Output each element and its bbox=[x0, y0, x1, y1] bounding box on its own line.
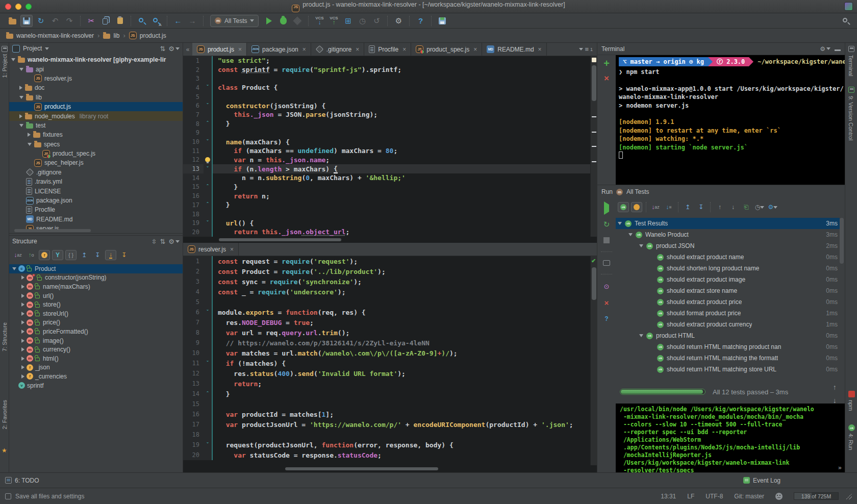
rollback-icon[interactable]: ↺ bbox=[370, 15, 383, 27]
tree-row[interactable]: lib bbox=[9, 93, 183, 102]
toolwindow-tab-favorites[interactable]: 2: Favorites bbox=[2, 400, 8, 429]
code-line[interactable]: 20 return this._json.object_url; bbox=[183, 228, 597, 237]
vcs-compare-icon[interactable]: ⊞ bbox=[342, 15, 354, 27]
code-line[interactable]: 3 bbox=[183, 74, 597, 83]
code-line[interactable]: 16 var productId = matches[1]; bbox=[183, 409, 597, 419]
chevron-expanded-icon[interactable] bbox=[12, 267, 16, 270]
run-config-name[interactable]: All Tests bbox=[626, 188, 649, 195]
test-row[interactable]: okproduct JSON2ms bbox=[616, 240, 840, 251]
structure-row[interactable]: mcurrency() bbox=[9, 345, 183, 354]
tab-scroll-left-icon[interactable]: « bbox=[183, 43, 192, 56]
synchronize-icon[interactable]: ↻ bbox=[35, 15, 47, 27]
breadcrumb-item[interactable]: wanelo-mixmax-link-resolver bbox=[6, 32, 94, 39]
code-line[interactable]: 12 var n = this._json.name; bbox=[183, 156, 597, 165]
run-console[interactable]: /usr/local/bin/node /Users/kig/workspace… bbox=[616, 404, 845, 472]
toolwindow-tab-project[interactable]: 1: Project bbox=[2, 54, 8, 78]
test-row[interactable]: okshould shorten long product name0ms bbox=[616, 263, 840, 274]
show-fields-icon[interactable]: f bbox=[39, 250, 50, 260]
rerun-failed-icon[interactable]: ↻ bbox=[603, 220, 610, 229]
code-line[interactable]: 4const _ = require('underscore'); bbox=[183, 287, 597, 297]
toolwindow-tab-structure[interactable]: 7: Structure bbox=[2, 322, 8, 351]
test-row[interactable]: okshould extract product image0ms bbox=[616, 274, 840, 285]
chevron-collapsed-icon[interactable] bbox=[21, 303, 24, 307]
code-line[interactable]: 17ˆ } bbox=[183, 200, 597, 210]
breadcrumb-item[interactable]: lib bbox=[103, 32, 119, 39]
editor-error-stripe[interactable] bbox=[590, 56, 597, 237]
test-row[interactable]: okTest Results3ms bbox=[616, 218, 840, 229]
show-anonymous-icon[interactable]: { } bbox=[65, 250, 77, 260]
lightbulb-icon[interactable] bbox=[205, 157, 210, 162]
terminal-toolwindow-icon[interactable] bbox=[848, 46, 854, 52]
code-line[interactable]: 8 var url = req.query.url.trim(); bbox=[183, 327, 597, 338]
editor-tab[interactable]: JSONpackage.json× bbox=[247, 43, 311, 56]
split-editor-hscrollbar[interactable] bbox=[183, 465, 597, 472]
tree-row[interactable]: test bbox=[9, 121, 183, 130]
code-line[interactable]: 19ˇ url() { bbox=[183, 218, 597, 228]
chevron-collapsed-icon[interactable] bbox=[21, 365, 24, 369]
gear-icon[interactable]: ⚙ bbox=[820, 45, 830, 53]
code-line[interactable]: 19ˇ request(productJsonUrl, function(err… bbox=[183, 440, 597, 450]
chevron-collapsed-icon[interactable] bbox=[21, 347, 24, 351]
test-row[interactable]: okshould return HTML matching the format… bbox=[616, 352, 840, 364]
chevron-collapsed-icon[interactable] bbox=[19, 86, 22, 90]
code-line[interactable]: 1"use strict"; bbox=[183, 56, 597, 65]
gear-icon[interactable]: ⚙ bbox=[168, 45, 180, 53]
caret-position-widget[interactable]: 13:31 bbox=[661, 493, 676, 500]
chevron-expanded-icon[interactable] bbox=[19, 68, 23, 71]
redo-icon[interactable]: ↷ bbox=[63, 15, 75, 27]
test-row[interactable]: okshould extract product currency1ms bbox=[616, 319, 840, 330]
chevron-collapsed-icon[interactable] bbox=[21, 275, 24, 280]
highlighting-level-icon[interactable] bbox=[775, 493, 783, 500]
console-more-icon[interactable]: » bbox=[838, 464, 842, 471]
code-line[interactable]: 13 return; bbox=[183, 379, 597, 389]
code-line[interactable]: 15ˆ } bbox=[183, 183, 597, 192]
code-line[interactable]: 2const sprintf = require("sprintf-js").s… bbox=[183, 65, 597, 74]
code-line[interactable]: 17 var productJsonUrl = 'https://wanelo.… bbox=[183, 419, 597, 430]
test-row[interactable]: okshould format product price1ms bbox=[616, 308, 840, 319]
code-line[interactable]: 9 bbox=[183, 129, 597, 138]
tree-row[interactable]: fixtures bbox=[9, 130, 183, 139]
editor-tab[interactable]: JSproduct.js× bbox=[192, 43, 247, 56]
terminal-title[interactable]: Terminal bbox=[601, 45, 624, 53]
chevron-collapsed-icon[interactable] bbox=[21, 330, 24, 334]
line-separator-widget[interactable]: LF bbox=[687, 493, 694, 500]
editor-tab[interactable]: MDREADME.md× bbox=[482, 43, 546, 56]
code-line[interactable]: 11ˇ if (!matches) { bbox=[183, 358, 597, 368]
gear-icon[interactable]: ⚙ bbox=[168, 238, 180, 245]
close-tab-icon[interactable]: × bbox=[473, 46, 477, 53]
code-line[interactable]: 2const Product = require('../lib/product… bbox=[183, 266, 597, 276]
close-tab-icon[interactable]: × bbox=[238, 46, 242, 53]
close-icon[interactable]: × bbox=[604, 298, 609, 307]
chevron-expanded-icon[interactable] bbox=[639, 334, 643, 337]
back-icon[interactable]: ← bbox=[172, 15, 184, 27]
close-tab-icon[interactable]: × bbox=[303, 46, 306, 53]
copy-icon[interactable] bbox=[99, 15, 112, 27]
settings-wrench-icon[interactable]: ⚙ bbox=[392, 15, 405, 27]
structure-row[interactable]: mname(maxChars) bbox=[9, 282, 183, 291]
tab-list-icon[interactable]: ≡1 bbox=[575, 43, 597, 56]
show-console-icon[interactable] bbox=[603, 260, 610, 266]
resize-grip[interactable] bbox=[846, 493, 852, 499]
paste-icon[interactable] bbox=[114, 15, 126, 27]
replace-icon[interactable]: A bbox=[150, 15, 162, 27]
show-ignored-icon[interactable] bbox=[631, 202, 642, 212]
cut-icon[interactable]: ✂ bbox=[85, 15, 97, 27]
sort-by-visibility-icon[interactable]: ↑o bbox=[26, 250, 37, 260]
collapse-all-icon[interactable]: ⇅ bbox=[160, 45, 165, 53]
test-row[interactable]: okshould return HTML matching store URL0… bbox=[616, 364, 840, 375]
tree-row[interactable]: api bbox=[9, 64, 183, 73]
memory-indicator[interactable]: 139 of 725M bbox=[794, 492, 839, 500]
chevron-collapsed-icon[interactable] bbox=[28, 133, 31, 137]
test-history-icon[interactable]: ◷ bbox=[754, 202, 765, 212]
code-line[interactable]: 3const sync = require('synchronize'); bbox=[183, 276, 597, 287]
close-tab-icon[interactable]: × bbox=[538, 46, 542, 53]
structure-row[interactable]: mstoreUrl() bbox=[9, 309, 183, 318]
npm-icon[interactable] bbox=[848, 391, 855, 397]
structure-row[interactable]: vsprintf bbox=[9, 381, 183, 390]
tree-row[interactable]: .gitignore bbox=[9, 168, 183, 177]
run-icon[interactable] bbox=[263, 15, 275, 27]
terminal-screen[interactable]: ⌥ master → origin ⊙ kgⓡ 2.3.0 ~/workspac… bbox=[616, 55, 845, 185]
tree-row[interactable]: specs bbox=[9, 140, 183, 149]
code-line[interactable]: 6ˇ constructor(jsonString) { bbox=[183, 101, 597, 110]
code-line[interactable]: 5 bbox=[183, 297, 597, 307]
